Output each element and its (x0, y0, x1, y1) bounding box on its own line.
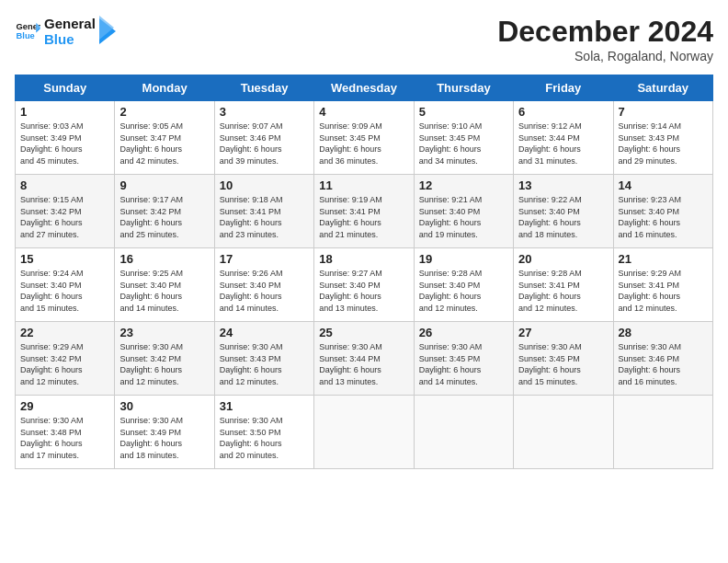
day-number: 21 (619, 252, 708, 266)
logo-arrow-icon (99, 15, 118, 48)
cell-sun-info: Sunrise: 9:10 AMSunset: 3:45 PMDaylight:… (419, 121, 508, 167)
calendar-week-row: 1Sunrise: 9:03 AMSunset: 3:49 PMDaylight… (16, 101, 713, 175)
day-number: 9 (119, 178, 209, 192)
day-number: 30 (119, 399, 209, 413)
calendar-cell: 3Sunrise: 9:07 AMSunset: 3:46 PMDaylight… (214, 101, 313, 175)
cell-sun-info: Sunrise: 9:30 AMSunset: 3:42 PMDaylight:… (119, 341, 209, 387)
column-header-saturday: Saturday (613, 75, 712, 101)
day-number: 22 (20, 326, 109, 339)
calendar-cell: 31Sunrise: 9:30 AMSunset: 3:50 PMDayligh… (214, 396, 313, 469)
location-subtitle: Sola, Rogaland, Norway (497, 49, 713, 63)
day-number: 24 (220, 326, 309, 339)
cell-sun-info: Sunrise: 9:17 AMSunset: 3:42 PMDaylight:… (119, 194, 209, 240)
calendar-cell: 17Sunrise: 9:26 AMSunset: 3:40 PMDayligh… (214, 248, 313, 322)
day-number: 3 (220, 105, 309, 119)
calendar-cell: 11Sunrise: 9:19 AMSunset: 3:41 PMDayligh… (314, 175, 414, 248)
calendar-cell: 14Sunrise: 9:23 AMSunset: 3:40 PMDayligh… (613, 175, 712, 248)
calendar-cell: 6Sunrise: 9:12 AMSunset: 3:44 PMDaylight… (514, 101, 613, 175)
logo-blue: Blue (44, 31, 96, 47)
day-number: 17 (220, 252, 309, 266)
day-number: 1 (20, 105, 109, 119)
calendar-cell: 24Sunrise: 9:30 AMSunset: 3:43 PMDayligh… (214, 322, 313, 396)
column-header-sunday: Sunday (16, 75, 115, 101)
cell-sun-info: Sunrise: 9:26 AMSunset: 3:40 PMDaylight:… (220, 268, 309, 314)
cell-sun-info: Sunrise: 9:24 AMSunset: 3:40 PMDaylight:… (20, 268, 109, 314)
day-number: 4 (319, 105, 408, 119)
cell-sun-info: Sunrise: 9:30 AMSunset: 3:44 PMDaylight:… (319, 341, 408, 387)
cell-sun-info: Sunrise: 9:23 AMSunset: 3:40 PMDaylight:… (619, 194, 708, 240)
cell-sun-info: Sunrise: 9:30 AMSunset: 3:43 PMDaylight:… (220, 341, 309, 387)
day-number: 16 (119, 252, 209, 266)
cell-sun-info: Sunrise: 9:30 AMSunset: 3:48 PMDaylight:… (20, 415, 109, 461)
calendar-cell: 13Sunrise: 9:22 AMSunset: 3:40 PMDayligh… (514, 175, 613, 248)
calendar-cell: 1Sunrise: 9:03 AMSunset: 3:49 PMDaylight… (16, 101, 115, 175)
logo: General Blue General Blue (15, 15, 118, 48)
calendar-cell: 26Sunrise: 9:30 AMSunset: 3:45 PMDayligh… (414, 322, 513, 396)
cell-sun-info: Sunrise: 9:03 AMSunset: 3:49 PMDaylight:… (20, 121, 109, 167)
day-number: 12 (419, 178, 508, 192)
page-header: General Blue General Blue December 2024 … (15, 15, 713, 63)
day-number: 7 (619, 105, 708, 119)
calendar-cell: 27Sunrise: 9:30 AMSunset: 3:45 PMDayligh… (514, 322, 613, 396)
day-number: 2 (119, 105, 209, 119)
day-number: 20 (518, 252, 608, 266)
day-number: 25 (319, 326, 408, 339)
day-number: 28 (619, 326, 708, 339)
calendar-week-row: 8Sunrise: 9:15 AMSunset: 3:42 PMDaylight… (16, 175, 713, 248)
calendar-cell: 12Sunrise: 9:21 AMSunset: 3:40 PMDayligh… (414, 175, 513, 248)
calendar-cell: 30Sunrise: 9:30 AMSunset: 3:49 PMDayligh… (115, 396, 214, 469)
day-number: 6 (518, 105, 608, 119)
svg-text:Blue: Blue (17, 31, 35, 40)
cell-sun-info: Sunrise: 9:21 AMSunset: 3:40 PMDaylight:… (419, 194, 508, 240)
cell-sun-info: Sunrise: 9:25 AMSunset: 3:40 PMDaylight:… (119, 268, 209, 314)
day-number: 19 (419, 252, 508, 266)
cell-sun-info: Sunrise: 9:28 AMSunset: 3:41 PMDaylight:… (518, 268, 608, 314)
cell-sun-info: Sunrise: 9:18 AMSunset: 3:41 PMDaylight:… (220, 194, 309, 240)
title-block: December 2024 Sola, Rogaland, Norway (497, 15, 713, 63)
calendar-week-row: 29Sunrise: 9:30 AMSunset: 3:48 PMDayligh… (16, 396, 713, 469)
calendar-cell: 20Sunrise: 9:28 AMSunset: 3:41 PMDayligh… (514, 248, 613, 322)
cell-sun-info: Sunrise: 9:09 AMSunset: 3:45 PMDaylight:… (319, 121, 408, 167)
day-number: 14 (619, 178, 708, 192)
cell-sun-info: Sunrise: 9:22 AMSunset: 3:40 PMDaylight:… (518, 194, 608, 240)
calendar-cell (514, 396, 613, 469)
calendar-body: 1Sunrise: 9:03 AMSunset: 3:49 PMDaylight… (16, 101, 713, 469)
day-number: 8 (20, 178, 109, 192)
day-number: 10 (220, 178, 309, 192)
month-title: December 2024 (497, 15, 713, 49)
cell-sun-info: Sunrise: 9:14 AMSunset: 3:43 PMDaylight:… (619, 121, 708, 167)
calendar-cell: 2Sunrise: 9:05 AMSunset: 3:47 PMDaylight… (115, 101, 214, 175)
day-number: 29 (20, 399, 109, 413)
calendar-cell (414, 396, 513, 469)
day-number: 18 (319, 252, 408, 266)
column-header-tuesday: Tuesday (214, 75, 313, 101)
column-header-wednesday: Wednesday (314, 75, 414, 101)
calendar-cell: 25Sunrise: 9:30 AMSunset: 3:44 PMDayligh… (314, 322, 414, 396)
day-number: 26 (419, 326, 508, 339)
logo-icon: General Blue (15, 18, 40, 44)
cell-sun-info: Sunrise: 9:12 AMSunset: 3:44 PMDaylight:… (518, 121, 608, 167)
calendar-cell (613, 396, 712, 469)
calendar-header-row: SundayMondayTuesdayWednesdayThursdayFrid… (16, 75, 713, 101)
calendar-cell: 29Sunrise: 9:30 AMSunset: 3:48 PMDayligh… (16, 396, 115, 469)
cell-sun-info: Sunrise: 9:27 AMSunset: 3:40 PMDaylight:… (319, 268, 408, 314)
calendar-cell: 5Sunrise: 9:10 AMSunset: 3:45 PMDaylight… (414, 101, 513, 175)
calendar-cell: 16Sunrise: 9:25 AMSunset: 3:40 PMDayligh… (115, 248, 214, 322)
calendar-week-row: 15Sunrise: 9:24 AMSunset: 3:40 PMDayligh… (16, 248, 713, 322)
calendar-cell: 7Sunrise: 9:14 AMSunset: 3:43 PMDaylight… (613, 101, 712, 175)
column-header-friday: Friday (514, 75, 613, 101)
day-number: 27 (518, 326, 608, 339)
calendar-cell: 22Sunrise: 9:29 AMSunset: 3:42 PMDayligh… (16, 322, 115, 396)
calendar-cell: 21Sunrise: 9:29 AMSunset: 3:41 PMDayligh… (613, 248, 712, 322)
logo-general: General (44, 16, 96, 31)
cell-sun-info: Sunrise: 9:30 AMSunset: 3:45 PMDaylight:… (419, 341, 508, 387)
day-number: 23 (119, 326, 209, 339)
cell-sun-info: Sunrise: 9:29 AMSunset: 3:41 PMDaylight:… (619, 268, 708, 314)
calendar-cell: 23Sunrise: 9:30 AMSunset: 3:42 PMDayligh… (115, 322, 214, 396)
cell-sun-info: Sunrise: 9:05 AMSunset: 3:47 PMDaylight:… (119, 121, 209, 167)
calendar-cell: 9Sunrise: 9:17 AMSunset: 3:42 PMDaylight… (115, 175, 214, 248)
day-number: 31 (220, 399, 309, 413)
calendar-cell: 4Sunrise: 9:09 AMSunset: 3:45 PMDaylight… (314, 101, 414, 175)
calendar-cell: 19Sunrise: 9:28 AMSunset: 3:40 PMDayligh… (414, 248, 513, 322)
cell-sun-info: Sunrise: 9:07 AMSunset: 3:46 PMDaylight:… (220, 121, 309, 167)
